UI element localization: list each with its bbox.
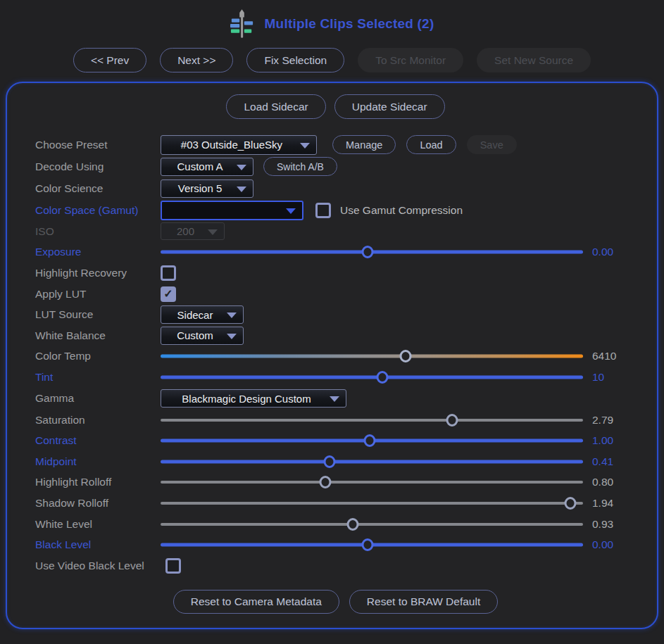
color-science-dropdown[interactable]: Version 5 xyxy=(161,179,253,198)
contrast-label: Contrast xyxy=(35,434,161,447)
load-sidecar-button[interactable]: Load Sidecar xyxy=(226,94,325,119)
use-video-black-level-checkbox[interactable]: ✓ xyxy=(165,558,181,574)
highlight-rolloff-slider[interactable] xyxy=(161,475,583,489)
prev-button[interactable]: << Prev xyxy=(73,48,146,72)
exposure-slider[interactable] xyxy=(161,245,583,259)
slider-track[interactable] xyxy=(161,419,583,422)
chevron-down-icon xyxy=(237,187,246,192)
set-new-source-button: Set New Source xyxy=(477,48,591,72)
chevron-down-icon xyxy=(300,143,310,149)
update-sidecar-button[interactable]: Update Sidecar xyxy=(334,94,445,119)
use-gamut-compression-checkbox[interactable]: ✓ xyxy=(315,203,331,218)
slider-handle[interactable] xyxy=(347,518,359,531)
exposure-label: Exposure xyxy=(35,246,161,258)
white-level-row: White Level 0.93 xyxy=(35,514,636,535)
slider-handle[interactable] xyxy=(362,246,374,258)
braw-settings-panel: Load Sidecar Update Sidecar Choose Prese… xyxy=(6,82,658,629)
manage-button[interactable]: Manage xyxy=(332,135,396,154)
contrast-slider[interactable] xyxy=(161,434,583,448)
gamut-compression-group: ✓ Use Gamut Compression xyxy=(315,203,463,218)
highlight-recovery-label: Highlight Recovery xyxy=(35,267,161,279)
white-balance-value: Custom xyxy=(168,329,222,341)
contrast-value: 1.00 xyxy=(592,434,636,447)
chevron-down-icon xyxy=(227,334,237,339)
slider-track[interactable] xyxy=(161,460,583,463)
gamma-value: Blackmagic Design Custom xyxy=(168,393,325,405)
color-temp-row: Color Temp 6410 xyxy=(35,346,636,367)
chevron-down-icon xyxy=(330,396,339,402)
load-preset-button[interactable]: Load xyxy=(406,135,456,154)
midpoint-slider[interactable] xyxy=(161,455,583,469)
saturation-label: Saturation xyxy=(35,414,161,427)
white-level-label: White Level xyxy=(35,518,161,531)
color-space-dropdown[interactable] xyxy=(161,201,303,220)
color-space-label: Color Space (Gamut) xyxy=(35,204,161,217)
saturation-value: 2.79 xyxy=(592,414,636,427)
slider-handle[interactable] xyxy=(362,538,374,551)
iso-dropdown: 200 xyxy=(161,222,225,240)
highlight-recovery-checkbox[interactable]: ✓ xyxy=(161,265,176,281)
reset-braw-default-button[interactable]: Reset to BRAW Default xyxy=(349,590,498,614)
saturation-slider[interactable] xyxy=(161,413,583,427)
white-level-value: 0.93 xyxy=(592,518,636,531)
white-balance-dropdown[interactable]: Custom xyxy=(161,327,244,345)
fix-selection-button[interactable]: Fix Selection xyxy=(246,48,344,72)
gamma-row: Gamma Blackmagic Design Custom xyxy=(35,388,636,410)
slider-handle[interactable] xyxy=(565,497,577,510)
apply-lut-label: Apply LUT xyxy=(35,288,161,301)
sidecar-button-row: Load Sidecar Update Sidecar xyxy=(35,94,636,119)
midpoint-row: Midpoint 0.41 xyxy=(35,451,636,472)
white-level-slider[interactable] xyxy=(161,517,583,531)
white-balance-row: White Balance Custom xyxy=(35,325,636,346)
tint-value: 10 xyxy=(592,371,636,384)
shadow-rolloff-row: Shadow Rolloff 1.94 xyxy=(35,493,636,514)
check-icon: ✓ xyxy=(163,289,173,300)
slider-track[interactable] xyxy=(161,523,583,526)
chevron-down-icon xyxy=(208,229,218,235)
apply-lut-checkbox[interactable]: ✓ xyxy=(161,286,176,302)
color-temp-value: 6410 xyxy=(592,350,636,362)
tint-slider[interactable] xyxy=(161,370,583,384)
timeline-playhead-icon xyxy=(230,8,254,40)
choose-preset-row: Choose Preset #03 Outside_BlueSky Manage… xyxy=(35,134,636,156)
exposure-row: Exposure 0.00 xyxy=(35,242,636,263)
reset-button-row: Reset to Camera Metadata Reset to BRAW D… xyxy=(35,590,636,614)
slider-handle[interactable] xyxy=(320,476,332,488)
switch-ab-button[interactable]: Switch A/B xyxy=(263,157,337,176)
slider-handle[interactable] xyxy=(364,434,376,447)
lut-source-value: Sidecar xyxy=(168,309,222,321)
reset-camera-metadata-button[interactable]: Reset to Camera Metadata xyxy=(173,590,339,614)
slider-handle[interactable] xyxy=(324,455,336,468)
header: Multiple Clips Selected (2) xyxy=(0,0,664,44)
next-button[interactable]: Next >> xyxy=(160,48,233,72)
slider-track[interactable] xyxy=(161,355,583,358)
iso-row: ISO 200 xyxy=(35,221,636,242)
color-temp-slider[interactable] xyxy=(161,349,583,363)
decode-using-dropdown[interactable]: Custom A xyxy=(161,158,253,176)
gamma-label: Gamma xyxy=(35,392,161,405)
preset-dropdown[interactable]: #03 Outside_BlueSky xyxy=(161,135,317,155)
chevron-down-icon xyxy=(227,312,237,318)
decode-using-label: Decode Using xyxy=(35,160,161,173)
slider-track[interactable] xyxy=(161,375,583,379)
use-video-black-level-label: Use Video Black Level xyxy=(35,560,165,572)
lut-source-row: LUT Source Sidecar xyxy=(35,304,636,325)
slider-track[interactable] xyxy=(161,481,583,484)
shadow-rolloff-slider[interactable] xyxy=(161,496,583,510)
preset-value: #03 Outside_BlueSky xyxy=(168,139,295,151)
slider-track[interactable] xyxy=(161,502,583,505)
slider-handle[interactable] xyxy=(446,414,458,427)
gamma-dropdown[interactable]: Blackmagic Design Custom xyxy=(161,389,346,408)
slider-handle[interactable] xyxy=(400,350,412,362)
to-src-monitor-button: To Src Monitor xyxy=(358,48,463,72)
chevron-down-icon xyxy=(286,208,296,214)
lut-source-dropdown[interactable]: Sidecar xyxy=(161,305,244,324)
highlight-rolloff-value: 0.80 xyxy=(592,476,636,488)
use-gamut-compression-label: Use Gamut Compression xyxy=(340,204,463,217)
color-space-row: Color Space (Gamut) ✓ Use Gamut Compress… xyxy=(35,199,636,221)
color-science-value: Version 5 xyxy=(168,182,232,194)
choose-preset-label: Choose Preset xyxy=(35,139,161,151)
black-level-slider[interactable] xyxy=(161,538,583,552)
slider-handle[interactable] xyxy=(377,371,389,384)
tint-row: Tint 10 xyxy=(35,367,636,388)
